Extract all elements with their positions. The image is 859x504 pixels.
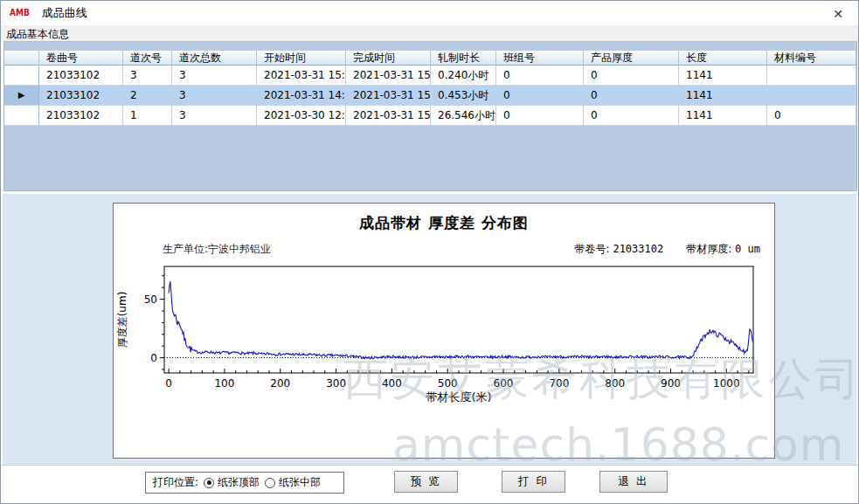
svg-text:200: 200 (270, 377, 290, 390)
selection-arrow-icon: ▶ (18, 91, 25, 100)
coil-number-value: 21033102 (613, 243, 663, 255)
table-cell[interactable] (767, 66, 856, 86)
column-header-8[interactable]: 产品厚度 (584, 51, 679, 66)
table-cell[interactable]: 0 (584, 66, 679, 86)
svg-text:900: 900 (661, 377, 681, 390)
table-cell[interactable]: 2021-03-31 15:... (257, 66, 346, 86)
svg-text:500: 500 (438, 377, 458, 390)
column-header-7[interactable]: 班组号 (496, 51, 584, 66)
table-cell[interactable]: 2021-03-31 15:... (346, 66, 431, 86)
chart-meta: 带卷号: 21033102 带材厚度: 0 um (575, 242, 760, 257)
svg-text:300: 300 (326, 377, 346, 390)
product-table[interactable]: 卷曲号道次号道次总数开始时间完成时间轧制时长班组号产品厚度长度材料编号21033… (3, 41, 857, 191)
preview-button[interactable]: 预 览 (394, 471, 458, 493)
table-cell[interactable]: 21033102 (39, 106, 123, 126)
column-header-1[interactable]: 卷曲号 (39, 51, 123, 66)
svg-text:800: 800 (605, 377, 625, 390)
exit-button[interactable]: 退 出 (599, 471, 668, 493)
table-cell[interactable]: 1141 (679, 86, 767, 106)
table-cell[interactable]: 1 (123, 106, 172, 126)
svg-text:100: 100 (214, 377, 234, 390)
print-button[interactable]: 打 印 (502, 471, 565, 493)
column-header-10[interactable]: 材料编号 (767, 51, 856, 66)
radio-paper-middle[interactable]: 纸张中部 (265, 475, 321, 490)
svg-text:600: 600 (494, 377, 514, 390)
footer-bar: 打印位置: 纸张顶部 纸张中部 预 览 打 印 退 出 (1, 465, 858, 503)
title-bar: AMB 成品曲线 ✕ (1, 1, 858, 25)
table-cell[interactable]: 21033102 (39, 66, 123, 86)
table-cell[interactable]: 0 (496, 86, 584, 106)
table-cell[interactable]: 2021-03-30 12:... (257, 106, 346, 126)
column-header-6[interactable]: 轧制时长 (431, 51, 496, 66)
table-cell[interactable]: 3 (172, 106, 257, 126)
svg-text:厚度差(um): 厚度差(um) (116, 292, 128, 349)
table-cell[interactable]: 1141 (679, 66, 767, 86)
table-row[interactable]: ▶21033102232021-03-31 14:...2021-03-31 1… (4, 86, 856, 106)
svg-text:0: 0 (150, 352, 157, 364)
svg-text:400: 400 (382, 377, 402, 390)
table-cell[interactable]: 2021-03-31 15:... (346, 86, 431, 106)
window-title: 成品曲线 (42, 5, 87, 21)
column-header-2[interactable]: 道次号 (123, 51, 172, 66)
table-cell[interactable]: 0.453小时 (431, 86, 496, 106)
group-label: 成品基本信息 (6, 27, 69, 42)
column-header-5[interactable]: 完成时间 (346, 51, 431, 66)
table-cell[interactable] (767, 86, 856, 106)
table-cell[interactable]: 0 (584, 106, 679, 126)
table-cell[interactable]: 3 (172, 86, 257, 106)
row-selector-cell[interactable]: ▶ (4, 86, 39, 106)
column-header-3[interactable]: 道次总数 (172, 51, 257, 66)
thickness-chart: 01002003004005006007008009001000050带材长度(… (114, 258, 774, 459)
table-cell[interactable]: 0.240小时 (431, 66, 496, 86)
strip-thickness-label: 带材厚度: 0 um (686, 242, 760, 257)
table-cell[interactable]: 0 (496, 66, 584, 86)
coil-number-label: 带卷号: 21033102 (575, 242, 664, 257)
svg-text:带材长度(米): 带材长度(米) (426, 390, 491, 404)
app-logo: AMB (10, 9, 30, 18)
column-header-9[interactable]: 长度 (679, 51, 767, 66)
svg-text:0: 0 (165, 377, 172, 390)
print-position-group: 打印位置: 纸张顶部 纸张中部 (145, 472, 344, 494)
column-header-4[interactable]: 开始时间 (257, 51, 346, 66)
table-row[interactable]: 21033102332021-03-31 15:...2021-03-31 15… (4, 66, 856, 86)
close-icon[interactable]: ✕ (828, 4, 848, 24)
chart-title: 成品带材 厚度差 分布图 (114, 213, 774, 233)
corner-cell[interactable] (4, 51, 39, 66)
chart-panel: 成品带材 厚度差 分布图 生产单位:宁波中邦铝业 带卷号: 21033102 带… (113, 203, 775, 459)
radio-paper-middle-icon[interactable] (265, 478, 275, 488)
table-cell[interactable]: 1141 (679, 106, 767, 126)
radio-paper-middle-label: 纸张中部 (279, 475, 321, 490)
strip-thickness-value: 0 um (735, 243, 760, 255)
table-cell[interactable]: 2021-03-31 15:... (346, 106, 431, 126)
table-cell[interactable]: 0 (584, 86, 679, 106)
radio-paper-top-label: 纸张顶部 (218, 475, 260, 490)
row-selector-cell[interactable] (4, 66, 39, 86)
radio-paper-top-icon[interactable] (204, 478, 214, 488)
table-cell[interactable]: 0 (767, 106, 856, 126)
svg-text:50: 50 (144, 293, 157, 306)
print-position-label: 打印位置: (153, 475, 198, 490)
producer-label: 生产单位:宁波中邦铝业 (163, 242, 271, 257)
table-cell[interactable]: 26.546小时 (431, 106, 496, 126)
row-selector-cell[interactable] (4, 106, 39, 126)
table-cell[interactable]: 3 (172, 66, 257, 86)
table-cell[interactable]: 21033102 (39, 86, 123, 106)
svg-text:1000: 1000 (713, 377, 740, 390)
svg-text:700: 700 (549, 377, 569, 390)
info-strip: 成品基本信息 (1, 25, 858, 41)
radio-paper-top[interactable]: 纸张顶部 (204, 475, 260, 490)
table-cell[interactable]: 3 (123, 66, 172, 86)
table-cell[interactable]: 2 (123, 86, 172, 106)
table-row[interactable]: 21033102132021-03-30 12:...2021-03-31 15… (4, 106, 856, 126)
table-cell[interactable]: 0 (496, 106, 584, 126)
table-cell[interactable]: 2021-03-31 14:... (257, 86, 346, 106)
